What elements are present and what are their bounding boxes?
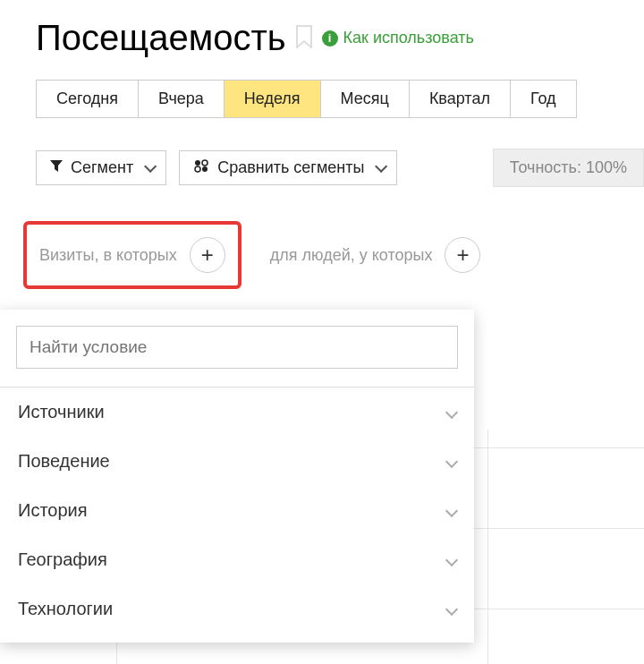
category-behavior[interactable]: Поведение xyxy=(0,437,474,486)
chevron-down-icon xyxy=(445,504,458,516)
svg-point-0 xyxy=(195,160,200,166)
conditions-row: Визиты, в которых + для людей, у которых… xyxy=(36,221,644,289)
condition-dropdown-panel: Источники Поведение История География Те… xyxy=(0,310,474,643)
chevron-down-icon xyxy=(445,405,458,418)
info-icon: i xyxy=(322,30,338,47)
visits-condition-label: Визиты, в которых xyxy=(39,246,177,265)
page-title: Посещаемость xyxy=(36,18,286,58)
compare-icon xyxy=(192,158,210,177)
condition-search-input[interactable] xyxy=(16,326,458,369)
compare-segments-dropdown[interactable]: Сравнить сегменты xyxy=(179,150,397,185)
help-link-text: Как использовать xyxy=(343,29,474,47)
segment-dropdown[interactable]: Сегмент xyxy=(36,150,166,185)
accuracy-badge[interactable]: Точность: 100% xyxy=(493,149,644,187)
chevron-down-icon xyxy=(445,455,458,467)
category-sources[interactable]: Источники xyxy=(0,387,474,437)
category-technology[interactable]: Технологии xyxy=(0,584,474,634)
people-condition: для людей, у которых + xyxy=(258,225,494,285)
range-tab-today[interactable]: Сегодня xyxy=(37,81,139,117)
category-label: Технологии xyxy=(18,599,113,619)
range-tab-week[interactable]: Неделя xyxy=(225,81,321,117)
range-tab-month[interactable]: Месяц xyxy=(321,81,410,117)
category-geography[interactable]: География xyxy=(0,535,474,584)
title-row: Посещаемость i Как использовать xyxy=(36,18,644,58)
date-range-tabs: Сегодня Вчера Неделя Месяц Квартал Год xyxy=(36,80,577,118)
compare-label: Сравнить сегменты xyxy=(217,158,364,177)
category-label: География xyxy=(18,549,107,570)
category-history[interactable]: История xyxy=(0,486,474,535)
segment-label: Сегмент xyxy=(71,158,133,177)
bookmark-icon[interactable] xyxy=(295,25,313,52)
chevron-down-icon xyxy=(371,158,384,177)
condition-category-list: Источники Поведение История География Те… xyxy=(0,387,474,634)
category-label: История xyxy=(18,500,88,521)
chevron-down-icon xyxy=(140,158,153,177)
svg-point-1 xyxy=(202,160,208,166)
range-tab-quarter[interactable]: Квартал xyxy=(410,81,511,117)
svg-point-2 xyxy=(195,166,200,172)
range-tab-year[interactable]: Год xyxy=(511,81,576,117)
help-link[interactable]: i Как использовать xyxy=(322,29,474,47)
add-people-condition-button[interactable]: + xyxy=(445,237,480,273)
add-visits-condition-button[interactable]: + xyxy=(190,237,225,273)
visits-condition: Визиты, в которых + xyxy=(23,221,242,289)
funnel-icon xyxy=(49,158,64,177)
controls-row: Сегмент Сравнить сегменты Точность: 100% xyxy=(36,149,644,187)
range-tab-yesterday[interactable]: Вчера xyxy=(139,81,225,117)
category-label: Поведение xyxy=(18,451,110,472)
people-condition-label: для людей, у которых xyxy=(270,246,433,265)
category-label: Источники xyxy=(18,402,105,422)
chevron-down-icon xyxy=(445,602,458,615)
svg-point-3 xyxy=(202,166,208,172)
chevron-down-icon xyxy=(445,553,458,566)
